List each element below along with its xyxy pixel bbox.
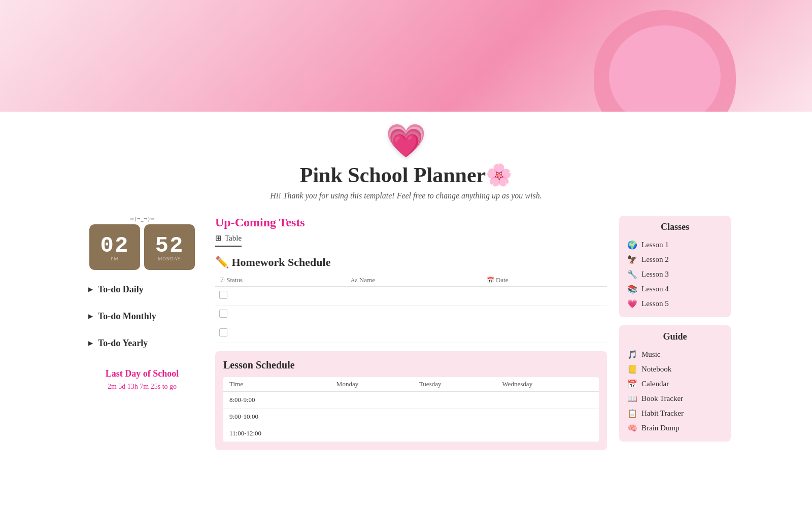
clock-decoration: ⌨(¬‿¬)⌨ xyxy=(81,216,203,222)
todo-yearly[interactable]: ▶ To-do Yearly xyxy=(81,332,203,355)
clock-widget: 02 PM 52 MONDAY xyxy=(81,224,203,270)
table-row: 11:00-12:00 xyxy=(223,425,599,442)
lesson3-icon: 🔧 xyxy=(627,269,637,279)
todo-daily[interactable]: ▶ To-do Daily xyxy=(81,278,203,301)
hw-checkbox-3[interactable] xyxy=(219,328,227,336)
lesson-monday-2[interactable] xyxy=(330,409,413,425)
lesson2-label: Lesson 2 xyxy=(641,255,669,264)
habit-tracker-label: Habit Tracker xyxy=(641,409,684,418)
clock-hour-block: 02 PM xyxy=(89,224,140,270)
hw-date-3[interactable] xyxy=(483,324,607,343)
lesson-time-1: 8:00-9:00 xyxy=(223,392,330,409)
hw-checkbox-1[interactable] xyxy=(219,291,227,299)
lesson4-icon: 📚 xyxy=(627,284,637,294)
lesson-title: Lesson Schedule xyxy=(223,359,599,371)
book-tracker-label: Book Tracker xyxy=(641,394,683,403)
sidebar-item-notebook[interactable]: 📒 Notebook xyxy=(627,362,723,377)
lesson-time-2: 9:00-10:00 xyxy=(223,409,330,425)
music-icon: 🎵 xyxy=(627,350,637,359)
table-row xyxy=(215,306,607,324)
table-row: 9:00-10:00 xyxy=(223,409,599,425)
countdown-box: Last Day of School 2m 5d 13h 7m 25s to g… xyxy=(81,363,203,396)
notebook-label: Notebook xyxy=(641,365,671,374)
book-tracker-icon: 📖 xyxy=(627,394,637,403)
todo-daily-label: To-do Daily xyxy=(98,284,144,295)
lesson-monday-3[interactable] xyxy=(330,425,413,442)
lesson-wednesday-2[interactable] xyxy=(496,409,599,425)
sidebar-item-calendar[interactable]: 📅 Calendar xyxy=(627,377,723,391)
lesson4-label: Lesson 4 xyxy=(641,285,669,293)
lesson5-icon: 💗 xyxy=(627,299,637,309)
lesson-col-time: Time xyxy=(223,377,330,392)
guide-section: Guide 🎵 Music 📒 Notebook 📅 Calendar 📖 Bo… xyxy=(619,325,731,442)
sidebar-item-book-tracker[interactable]: 📖 Book Tracker xyxy=(627,391,723,406)
right-column: Classes 🌍 Lesson 1 🦅 Lesson 2 🔧 Lesson 3… xyxy=(619,216,731,450)
calendar-label: Calendar xyxy=(641,380,669,388)
left-column: ⌨(¬‿¬)⌨ 02 PM 52 MONDAY ▶ To-do Daily ▶ … xyxy=(81,216,203,396)
hw-date-1[interactable] xyxy=(483,287,607,306)
upcoming-tests-title: Up-Coming Tests xyxy=(215,216,607,229)
homework-title: ✏️ Homework Schedule xyxy=(215,256,607,269)
todo-yearly-label: To-do Yearly xyxy=(98,338,148,349)
sidebar-item-lesson5[interactable]: 💗 Lesson 5 xyxy=(627,296,723,311)
classes-title: Classes xyxy=(627,222,723,232)
lesson-table: Time Monday Tuesday Wednesday 8:00-9:00 xyxy=(223,377,599,442)
sidebar-item-lesson2[interactable]: 🦅 Lesson 2 xyxy=(627,252,723,267)
sidebar-item-music[interactable]: 🎵 Music xyxy=(627,347,723,362)
lesson-wednesday-3[interactable] xyxy=(496,425,599,442)
lesson-tuesday-1[interactable] xyxy=(413,392,496,409)
lesson2-icon: 🦅 xyxy=(627,255,637,264)
lesson3-label: Lesson 3 xyxy=(641,270,669,279)
hw-name-2[interactable] xyxy=(347,306,483,324)
hw-name-3[interactable] xyxy=(347,324,483,343)
lesson5-label: Lesson 5 xyxy=(641,299,669,308)
clock-minute: 52 xyxy=(155,233,184,258)
todo-yearly-arrow: ▶ xyxy=(88,340,93,347)
calendar-icon: 📅 xyxy=(627,379,637,389)
sidebar-item-brain-dump[interactable]: 🧠 Brain Dump xyxy=(627,421,723,435)
lesson1-label: Lesson 1 xyxy=(641,241,669,249)
todo-monthly-arrow: ▶ xyxy=(88,313,93,320)
main-content: 💗 Pink School Planner🌸 Hi! Thank you for… xyxy=(0,112,812,450)
clock-minute-block: 52 MONDAY xyxy=(144,224,195,270)
habit-tracker-icon: 📋 xyxy=(627,409,637,418)
countdown-time: 2m 5d 13h 7m 25s to go xyxy=(86,383,198,391)
header-section: 💗 Pink School Planner🌸 Hi! Thank you for… xyxy=(81,112,731,216)
table-row xyxy=(215,324,607,343)
sidebar-item-lesson3[interactable]: 🔧 Lesson 3 xyxy=(627,267,723,282)
homework-table: ☑ Status Aa Name 📅 Date xyxy=(215,274,607,343)
hw-col-date: 📅 Date xyxy=(483,274,607,287)
classes-section: Classes 🌍 Lesson 1 🦅 Lesson 2 🔧 Lesson 3… xyxy=(619,216,731,317)
lesson1-icon: 🌍 xyxy=(627,240,637,250)
lesson-col-tuesday: Tuesday xyxy=(413,377,496,392)
todo-daily-arrow: ▶ xyxy=(88,286,93,293)
lesson-monday-1[interactable] xyxy=(330,392,413,409)
table-row xyxy=(215,287,607,306)
hw-col-status: ☑ Status xyxy=(215,274,347,287)
table-link-label: Table xyxy=(225,234,242,243)
heart-icon: 💗 xyxy=(81,122,731,160)
clock-minute-label: MONDAY xyxy=(158,256,181,261)
sidebar-item-lesson4[interactable]: 📚 Lesson 4 xyxy=(627,282,723,296)
homework-section: ✏️ Homework Schedule ☑ Status Aa Name xyxy=(215,256,607,343)
page-subtitle: Hi! Thank you for using this template! F… xyxy=(81,191,731,200)
hw-name-1[interactable] xyxy=(347,287,483,306)
sidebar-item-habit-tracker[interactable]: 📋 Habit Tracker xyxy=(627,406,723,421)
clock-hour: 02 xyxy=(100,233,129,258)
lesson-section: Lesson Schedule Time Monday Tuesday Wedn… xyxy=(215,351,607,450)
lesson-wednesday-1[interactable] xyxy=(496,392,599,409)
todo-monthly[interactable]: ▶ To-do Monthly xyxy=(81,305,203,328)
table-row: 8:00-9:00 xyxy=(223,392,599,409)
lesson-time-3: 11:00-12:00 xyxy=(223,425,330,442)
brain-dump-icon: 🧠 xyxy=(627,423,637,433)
table-icon: ⊞ xyxy=(215,233,222,243)
lesson-tuesday-3[interactable] xyxy=(413,425,496,442)
todo-monthly-label: To-do Monthly xyxy=(98,311,156,322)
sidebar-item-lesson1[interactable]: 🌍 Lesson 1 xyxy=(627,238,723,252)
hw-checkbox-2[interactable] xyxy=(219,310,227,318)
lesson-tuesday-2[interactable] xyxy=(413,409,496,425)
hw-date-2[interactable] xyxy=(483,306,607,324)
upcoming-tests-table-link[interactable]: ⊞ Table xyxy=(215,233,242,247)
banner xyxy=(0,0,812,112)
notebook-icon: 📒 xyxy=(627,364,637,374)
